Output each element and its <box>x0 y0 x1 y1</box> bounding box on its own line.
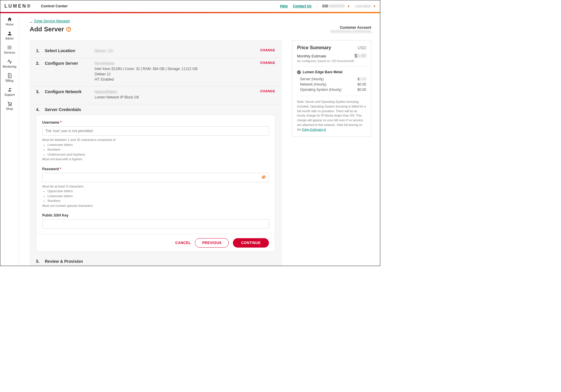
change-server-link[interactable]: CHANGE <box>260 61 275 64</box>
sidebar-item-label: Billing <box>6 79 13 82</box>
customer-account: Customer Account XXXXXXXXX (XXXXXXX) <box>330 25 371 34</box>
step-configure-server: 2. Configure Server ServerName Intel Xeo… <box>30 58 282 86</box>
price-line-network: Network (Hourly)$0.00 <box>297 82 366 87</box>
invoice-icon: $ <box>7 73 12 78</box>
step-number: 2. <box>36 61 45 82</box>
price-summary-title: Price Summary <box>297 45 331 50</box>
user-name: username <box>355 4 371 8</box>
monthly-estimate-sublabel: As configured, based on 720 hours/month <box>297 59 366 63</box>
sidebar-item-label: Services <box>4 51 15 54</box>
svg-point-10 <box>8 105 9 106</box>
username-input[interactable] <box>42 126 269 136</box>
svg-point-5 <box>8 48 8 49</box>
network-ipblock-value: Lumen Network IP Block /26 <box>95 95 257 100</box>
sidebar-item-label: Monitoring <box>3 65 16 68</box>
password-hint: Must be at least 9 characters Uppercase … <box>42 184 269 208</box>
sidebar-item-label: Admin <box>5 37 13 40</box>
customer-account-value: XXXXXXXXX (XXXXXXX) <box>330 30 371 34</box>
ssh-key-input[interactable] <box>42 219 269 229</box>
sidebar-item-services[interactable]: Services <box>0 45 19 54</box>
user-icon <box>7 31 12 36</box>
credentials-card: Username * Must be between 1 and 32 char… <box>36 115 275 252</box>
help-link[interactable]: Help <box>280 4 288 8</box>
sidebar-item-label: Support <box>4 93 15 96</box>
username-hint: Must be between 1 and 32 characters comp… <box>42 137 269 162</box>
server-ht-value: HT: Enabled <box>95 77 257 82</box>
password-input[interactable] <box>42 173 269 182</box>
server-spec-value: Intel Xeon 5218N | Cores: 32 | RAM: 384 … <box>95 66 257 71</box>
breadcrumb-label: Edge Service Manager <box>34 19 70 23</box>
eid-dropdown[interactable]: EID 00000000 ▼ <box>322 4 350 8</box>
svg-point-1 <box>8 46 8 47</box>
svg-point-9 <box>11 88 11 89</box>
contact-us-link[interactable]: Contact Us <box>293 4 311 8</box>
server-name-value: ServerName <box>95 61 257 66</box>
app-title: Control Center <box>41 4 68 8</box>
step-select-location: 1. Select Location Denver, CO CHANGE <box>30 45 282 58</box>
password-label: Password * <box>42 167 269 171</box>
sidebar-item-label: Home <box>6 23 13 26</box>
previous-button[interactable]: PREVIOUS <box>195 238 229 248</box>
step-title: Select Location <box>45 48 95 53</box>
page-title: Add Server ? <box>30 25 71 33</box>
sidebar-item-admin[interactable]: Admin <box>0 31 19 40</box>
svg-point-0 <box>9 32 11 33</box>
sidebar-item-monitoring[interactable]: Monitoring <box>0 59 19 68</box>
svg-point-11 <box>11 105 11 106</box>
change-network-link[interactable]: CHANGE <box>260 89 275 93</box>
step-title: Review & Provision <box>45 259 95 264</box>
support-icon <box>7 87 12 92</box>
monthly-estimate-label: Monthly Estimate <box>297 54 326 58</box>
help-icon[interactable]: ? <box>66 27 71 32</box>
home-icon <box>7 17 12 22</box>
svg-point-8 <box>9 88 10 90</box>
server-os-value: Debian 12 <box>95 71 257 77</box>
location-value: Denver, CO <box>95 49 113 53</box>
price-currency: USD <box>357 45 366 50</box>
edge-estimator-link[interactable]: Edge Estimator⧉ <box>302 128 326 131</box>
price-summary-panel: Price Summary USD Monthly Estimate $0.00… <box>292 40 371 137</box>
logo: LUMEN® <box>4 4 30 9</box>
step-number: 1. <box>36 48 45 54</box>
chevron-down-icon: ▼ <box>347 5 350 8</box>
cancel-button[interactable]: CANCEL <box>175 241 191 245</box>
list-icon <box>7 45 12 50</box>
step-number: 3. <box>36 89 45 100</box>
continue-button[interactable]: CONTINUE <box>233 238 269 248</box>
chevron-down-icon: ▼ <box>373 5 376 8</box>
eid-value: 00000000 <box>329 4 345 8</box>
eid-label: EID <box>322 4 328 8</box>
sidebar-item-billing[interactable]: $ Billing <box>0 73 19 82</box>
svg-point-3 <box>8 47 8 48</box>
divider <box>317 3 317 9</box>
price-line-os: Operating System (Hourly)$0.00 <box>297 87 366 92</box>
app-header: LUMEN® Control Center Help Contact Us EI… <box>0 0 380 12</box>
step-review-provision: 5. Review & Provision <box>30 252 282 266</box>
step-number: 5. <box>36 259 45 264</box>
sidebar-nav: Home Admin Services Monitoring $ Billing… <box>0 13 19 266</box>
activity-icon <box>7 59 12 64</box>
step-server-credentials: 4. Server Credentials <box>30 104 282 112</box>
step-title: Configure Network <box>45 89 95 94</box>
external-link-icon: ⧉ <box>324 128 326 131</box>
username-label: Username * <box>42 120 269 125</box>
sidebar-item-label: Shop <box>6 107 13 110</box>
svg-rect-4 <box>9 47 11 48</box>
step-number: 4. <box>36 107 45 112</box>
user-dropdown[interactable]: username ▼ <box>355 4 376 8</box>
sidebar-item-support[interactable]: Support <box>0 87 19 96</box>
price-product-header: ✓ Lumen Edge Bare Metal <box>297 70 366 74</box>
wizard-panel: 1. Select Location Denver, CO CHANGE 2. <box>30 40 282 266</box>
price-line-server: Server (Hourly) $0.00 <box>297 76 366 82</box>
step-title: Server Credentials <box>45 107 95 112</box>
toggle-password-visibility-icon[interactable] <box>261 175 266 180</box>
breadcrumb-link[interactable]: 〈 Edge Service Manager <box>30 19 70 23</box>
sidebar-item-home[interactable]: Home <box>0 17 19 26</box>
change-location-link[interactable]: CHANGE <box>260 48 275 52</box>
svg-rect-6 <box>9 49 11 49</box>
network-name-value: NetworkName <box>95 89 257 95</box>
ssh-key-label: Public SSH Key <box>42 213 269 217</box>
cart-icon <box>7 101 12 106</box>
step-title: Configure Server <box>45 61 95 66</box>
sidebar-item-shop[interactable]: Shop <box>0 101 19 110</box>
